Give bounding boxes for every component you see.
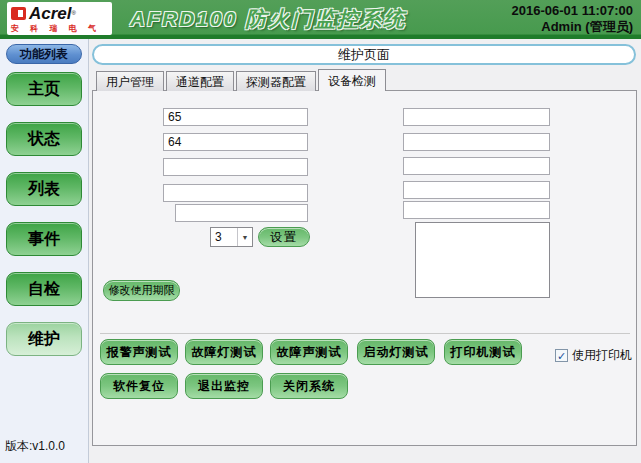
start-light-test-button[interactable]: 启动灯测试 bbox=[357, 339, 435, 365]
sidebar-item-events[interactable]: 事件 bbox=[6, 222, 82, 256]
sidebar-item-list[interactable]: 列表 bbox=[6, 172, 82, 206]
sidebar-item-selfcheck[interactable]: 自检 bbox=[6, 272, 82, 306]
tab-detector-config[interactable]: 探测器配置 bbox=[236, 71, 316, 91]
page-title: 维护页面 bbox=[92, 44, 636, 65]
tab-user-management[interactable]: 用户管理 bbox=[96, 71, 164, 91]
use-printer-label: 使用打印机 bbox=[572, 347, 632, 364]
client-listbox[interactable] bbox=[415, 222, 550, 298]
tab-channel-config[interactable]: 通道配置 bbox=[166, 71, 234, 91]
app-title: AFRD100 防火门监控系统 bbox=[130, 5, 406, 33]
section-divider bbox=[100, 333, 630, 334]
alarm-sound-test-button[interactable]: 报警声测试 bbox=[100, 339, 178, 365]
current-user: Admin (管理员) bbox=[512, 19, 633, 34]
acrel-logo: Acrel ® 安 科 瑞 电 气 bbox=[7, 2, 112, 35]
battery-short-input[interactable] bbox=[163, 158, 308, 176]
fault-sound-test-button[interactable]: 故障声测试 bbox=[270, 339, 348, 365]
registered-mark: ® bbox=[72, 10, 76, 16]
set-button[interactable]: 设置 bbox=[258, 227, 310, 247]
timeout-count-input[interactable] bbox=[163, 133, 308, 151]
sidebar-item-home[interactable]: 主页 bbox=[6, 72, 82, 106]
brand-subtitle: 安 科 瑞 电 气 bbox=[11, 23, 108, 34]
tab-device-test[interactable]: 设备检测 bbox=[318, 69, 386, 91]
door-interval-select[interactable]: 3 ▼ bbox=[210, 227, 253, 247]
fault-light-test-button[interactable]: 故障灯测试 bbox=[185, 339, 263, 365]
send-count-input[interactable] bbox=[163, 108, 308, 126]
sound-input[interactable] bbox=[403, 201, 550, 219]
datetime-display: 2016-06-01 11:07:00 bbox=[512, 3, 633, 19]
sidebar: 功能列表 主页 状态 列表 事件 自检 维护 版本:v1.0.0 bbox=[0, 39, 89, 463]
tab-strip: 用户管理 通道配置 探测器配置 设备检测 bbox=[96, 69, 388, 91]
brand-name: Acrel bbox=[29, 5, 72, 22]
sidebar-item-maintenance[interactable]: 维护 bbox=[6, 322, 82, 356]
printer-test-button[interactable]: 打印机测试 bbox=[444, 339, 522, 365]
sidebar-header: 功能列表 bbox=[6, 44, 82, 64]
version-label: 版本:v1.0.0 bbox=[5, 438, 65, 455]
use-printer-checkbox[interactable]: ✓ 使用打印机 bbox=[555, 347, 632, 364]
switch-output-input[interactable] bbox=[403, 181, 550, 199]
acrel-logo-icon bbox=[11, 7, 26, 20]
linkage-signal-input[interactable] bbox=[403, 133, 550, 151]
software-reset-button[interactable]: 软件复位 bbox=[100, 373, 178, 399]
mains-undervoltage-input[interactable] bbox=[403, 108, 550, 126]
modify-license-button[interactable]: 修改使用期限 bbox=[103, 280, 180, 301]
shutdown-system-button[interactable]: 关闭系统 bbox=[270, 373, 348, 399]
sidebar-item-status[interactable]: 状态 bbox=[6, 122, 82, 156]
chevron-down-icon: ▼ bbox=[237, 228, 252, 246]
checkbox-check-icon: ✓ bbox=[555, 349, 568, 362]
app-window: Acrel ® 安 科 瑞 电 气 AFRD100 防火门监控系统 2016-0… bbox=[0, 0, 641, 463]
door-interval-value: 3 bbox=[211, 228, 237, 246]
battery-break-input[interactable] bbox=[163, 184, 308, 202]
app-header: Acrel ® 安 科 瑞 电 气 AFRD100 防火门监控系统 2016-0… bbox=[0, 0, 641, 39]
switch-input-input[interactable] bbox=[403, 157, 550, 175]
exit-monitor-button[interactable]: 退出监控 bbox=[185, 373, 263, 399]
bus-comm-input[interactable] bbox=[175, 204, 308, 222]
